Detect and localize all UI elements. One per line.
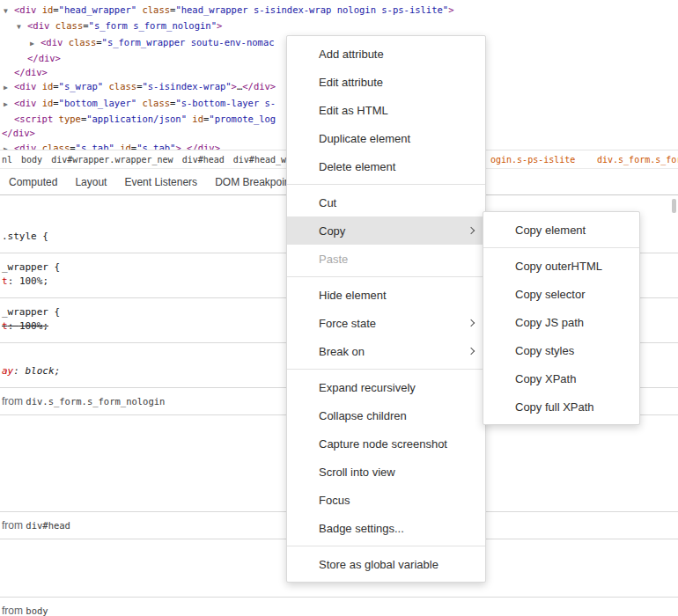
code-token: </div> [2,128,35,138]
menu-item-copy-element[interactable]: Copy element [483,216,639,244]
menu-item-edit-attribute[interactable]: Edit attribute [287,68,485,96]
breadcrumb-item-nl[interactable]: nl [2,155,12,165]
code-token: "s_tab" [136,143,175,150]
code-token: <div [14,81,36,92]
code-token: <div [14,143,36,150]
menu-item-label: Capture node screenshot [319,437,447,451]
menu-item-store-as-global-variable[interactable]: Store as global variable [287,550,485,578]
menu-item-label: Copy [319,224,345,238]
submenu-chevron-icon [468,319,475,326]
menu-item-collapse-children[interactable]: Collapse children [287,401,485,429]
code-token: </div> [187,143,220,150]
menu-item-force-state[interactable]: Force state [287,309,485,337]
menu-item-label: Badge settings... [319,522,404,535]
tab-computed[interactable]: Computed [0,169,66,194]
css-token: : [8,320,19,332]
menu-item-cut[interactable]: Cut [287,188,485,216]
node-link-div-s-form-s-form-nologin[interactable]: div.s_form.s_form_nologin [26,396,165,407]
menu-separator [287,184,485,185]
expand-arrow-icon[interactable]: ▶ [30,37,41,51]
menu-item-add-attribute[interactable]: Add attribute [287,40,485,68]
css-property[interactable]: t [2,275,8,287]
breadcrumb-item-div-wrapper-wrapper-new[interactable]: div#wrapper.wrapper_new [51,155,173,165]
css-token[interactable]: 100% [19,275,43,287]
code-token: class [42,143,70,150]
code-token: > [448,4,453,15]
dom-tree-line[interactable]: ▼<div class="s_form s_form_nologin"> [0,18,678,34]
menu-item-break-on[interactable]: Break on [287,337,485,365]
tab-event-listeners[interactable]: Event Listeners [115,169,206,194]
node-link-body[interactable]: body [26,605,48,616]
menu-item-label: Duplicate element [319,132,410,145]
menu-item-edit-as-html[interactable]: Edit as HTML [287,96,485,124]
css-property[interactable]: t [2,320,8,332]
submenu-chevron-icon [468,348,475,355]
menu-item-hide-element[interactable]: Hide element [287,281,485,309]
menu-item-copy[interactable]: Copy [287,216,485,245]
menu-item-label: Focus [319,494,350,507]
tab-layout[interactable]: Layout [66,169,115,194]
menu-item-scroll-into-view[interactable]: Scroll into view [287,458,485,486]
css-selector[interactable]: _wrapper { [2,306,60,318]
menu-item-label: Edit attribute [319,76,383,89]
menu-item-copy-outerhtml[interactable]: Copy outerHTML [483,252,639,280]
breadcrumb-item-div-s-form-s-form-nolog[interactable]: div.s_form.s_form_nolog [597,155,678,165]
menu-item-label: Add attribute [319,48,384,61]
breadcrumb-item-body[interactable]: body [21,155,42,165]
code-token: <div [14,4,36,15]
code-token: > [217,20,222,31]
dom-tree-line[interactable]: ▼<div id="head_wrapper" class="head_wrap… [0,3,678,18]
expand-arrow-icon[interactable]: ▶ [4,81,14,95]
css-token[interactable]: 100% [19,320,43,332]
menu-item-copy-selector[interactable]: Copy selector [483,280,639,308]
menu-item-label: Copy selector [515,288,585,301]
collapse-arrow-icon[interactable]: ▼ [17,20,27,34]
menu-item-delete-element[interactable]: Delete element [287,152,485,180]
css-token: ; [55,365,61,377]
css-property[interactable]: ay [2,365,13,377]
submenu-chevron-icon [468,227,475,234]
menu-item-label: Delete element [319,160,395,173]
menu-item-label: Copy XPath [515,372,576,385]
menu-item-duplicate-element[interactable]: Duplicate element [287,124,485,152]
css-token: ; [42,275,48,287]
breadcrumb-item-ogin-s-ps-islite[interactable]: ogin.s-ps-islite [490,155,575,165]
code-token: "s-isindex-wrap" [142,81,231,92]
menu-item-focus[interactable]: Focus [287,486,485,514]
css-selector[interactable]: _wrapper { [2,261,60,273]
menu-item-copy-xpath[interactable]: Copy XPath [483,364,639,392]
menu-item-copy-styles[interactable]: Copy styles [483,336,639,364]
copy-submenu: Copy elementCopy outerHTMLCopy selectorC… [483,211,640,425]
code-token: <div [14,98,36,108]
expand-arrow-icon[interactable]: ▶ [4,143,14,150]
menu-item-label: Paste [319,253,348,266]
collapse-arrow-icon[interactable]: ▼ [4,4,14,18]
code-token: "head_wrapper" [59,4,137,15]
expand-arrow-icon[interactable]: ▶ [4,98,14,112]
menu-item-badge-settings[interactable]: Badge settings... [287,514,485,542]
menu-item-label: Expand recursively [319,381,416,394]
css-token: : [13,365,25,377]
code-token: "s_form_wrapper soutu-env-nomac [102,37,275,48]
code-token: class [142,98,170,108]
scrollbar-thumb[interactable] [672,199,676,213]
menu-item-paste: Paste [287,245,485,273]
inherited-label: from [2,519,26,532]
code-token: id [42,98,54,108]
code-token: "s_form s_form_nologin" [89,20,217,31]
breadcrumb-item-div-head[interactable]: div#head [182,155,225,165]
menu-item-copy-js-path[interactable]: Copy JS path [483,308,639,336]
css-selector[interactable]: .style { [2,231,48,242]
menu-item-label: Scroll into view [319,466,395,479]
code-token: class [109,81,137,92]
code-token: type [59,114,81,124]
menu-separator [287,369,485,370]
code-token: <div [41,37,63,48]
menu-item-capture-node-screenshot[interactable]: Capture node screenshot [287,429,485,458]
menu-item-copy-full-xpath[interactable]: Copy full XPath [483,392,639,421]
menu-item-expand-recursively[interactable]: Expand recursively [287,373,485,401]
node-link-div-head[interactable]: div#head [26,520,70,531]
code-token: </div> [27,53,61,63]
code-token: class [55,20,84,31]
css-token[interactable]: block [26,365,55,377]
